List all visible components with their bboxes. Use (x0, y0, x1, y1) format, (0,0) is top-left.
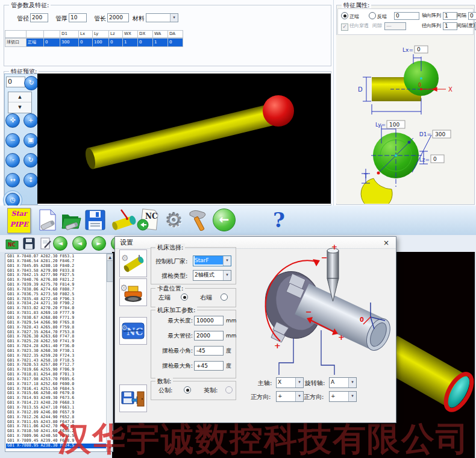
posdir2-select[interactable]: + ▾ (329, 391, 357, 402)
save-exit-icon-button[interactable] (119, 384, 147, 412)
bulldozer-icon: ⚙ (121, 281, 145, 303)
help-button[interactable]: ? (270, 207, 288, 233)
table-cell[interactable]: 正端 (27, 38, 44, 47)
gun-type-label: 摆枪类型: (161, 272, 187, 280)
chevron-down-icon[interactable]: ▾ (170, 14, 178, 22)
header-cell: Lx (79, 30, 93, 38)
nav-button-play[interactable]: ► (92, 236, 106, 251)
axial-array-input[interactable]: 1 (443, 12, 457, 20)
preview-tool-rotate[interactable]: ↻ (23, 153, 38, 168)
nc-output-icon-button[interactable]: ⚙NC (119, 317, 147, 345)
scroll-thumb[interactable] (107, 260, 113, 282)
tools-button[interactable] (187, 207, 208, 233)
app-logo[interactable]: Star PIPE (7, 208, 31, 233)
nc-folder-button[interactable]: NC (5, 236, 19, 251)
material-select[interactable]: ▾ (146, 13, 178, 22)
open-file-button[interactable] (60, 207, 82, 233)
back-button[interactable]: ← (212, 207, 236, 233)
chuck-right-radio[interactable] (221, 293, 228, 301)
dim-d1-label: D1= (419, 131, 431, 137)
chevron-down-icon[interactable]: ▾ (348, 378, 356, 387)
radial-penetrate-check[interactable]: ✓径向穿透 (341, 22, 369, 31)
scroll-down-icon[interactable]: ▼ (107, 444, 113, 451)
settings-button[interactable]: ⚙ (163, 207, 186, 233)
preview-tool-zoom-in[interactable]: + (23, 113, 38, 128)
machine-config-icon-button[interactable]: ⚙ (119, 249, 147, 277)
new-file-button[interactable] (37, 207, 58, 233)
axial-gap-input[interactable]: 0 (468, 12, 476, 20)
preview-tool-move[interactable]: ✜ (5, 113, 20, 128)
clearance-input[interactable]: — (384, 22, 406, 30)
machine-illustration: − + − + 0 + (250, 245, 395, 375)
table-cell[interactable]: 0 (138, 38, 153, 47)
preview-3d-canvas[interactable] (37, 74, 331, 204)
checkbox-checked-icon[interactable]: ✓ (341, 24, 348, 31)
chuck-left-radio[interactable] (181, 293, 188, 301)
param-input[interactable]: 2000 (194, 331, 224, 340)
imperial-radio[interactable] (225, 386, 233, 394)
dimension-diagram: D Lx= 0 0 X (336, 35, 474, 204)
rotary-select[interactable]: A ▾ (329, 377, 357, 388)
radio-on-icon[interactable] (341, 12, 348, 19)
table-cell[interactable]: 0 (79, 38, 93, 47)
vendor-select[interactable]: StarF ▾ (193, 256, 231, 266)
chevron-down-icon[interactable]: ▾ (348, 392, 356, 401)
header-cell: Lz (109, 30, 123, 38)
param-input[interactable]: -45 (194, 346, 224, 356)
gcode-list[interactable]: G01 X-7848.07 A282.30 F853.1G01 X-7846.5… (5, 253, 113, 452)
table-cell[interactable]: 1 (153, 38, 168, 47)
save-nc-button[interactable] (22, 236, 36, 251)
end-origin: 0 (360, 316, 364, 323)
param-input[interactable]: 10000 (194, 316, 224, 325)
edit-nc-button[interactable] (39, 236, 53, 251)
rotation-minus: − (321, 253, 328, 262)
posdir-select[interactable]: + ▾ (276, 391, 304, 402)
back-end-radio[interactable]: 反端 (369, 12, 387, 20)
nav-button-first[interactable]: ◄ (53, 236, 67, 251)
preview-tool-fit-height[interactable]: ↕ (23, 173, 38, 187)
preview-tool-fit-width[interactable]: ↔ (5, 173, 20, 187)
chevron-down-icon[interactable]: ▾ (295, 392, 303, 401)
machine-param-row: 摆枪最小角: -45 度 (153, 346, 231, 356)
pipe-diameter-input[interactable]: 200 (30, 13, 48, 22)
table-cell[interactable]: 0 (109, 38, 123, 47)
preview-tool-zoom-out[interactable]: − (5, 133, 20, 148)
machine-type-icon-button[interactable]: ⚙ (119, 278, 147, 306)
preview-tool-apply-rotate[interactable]: ↻ (24, 76, 39, 90)
feature-table-row[interactable]: 球切口正端0300010001010 (5, 38, 183, 47)
nav-button-prev[interactable]: ◄ (72, 236, 87, 251)
chevron-down-icon[interactable]: ▾ (223, 271, 231, 280)
save-button[interactable] (84, 207, 106, 233)
table-cell[interactable]: 0 (168, 38, 183, 47)
preview-angle-spinner[interactable]: ▲ ▼ (8, 92, 32, 113)
preview-tool-pan-hand[interactable]: ☞ (5, 153, 20, 168)
spinner-down-icon[interactable]: ▼ (8, 102, 31, 112)
svg-text:NC: NC (8, 242, 16, 248)
table-cell[interactable]: 300 (60, 38, 79, 47)
chevron-down-icon[interactable]: ▾ (295, 378, 303, 387)
posdir2-label: 正方向: (304, 393, 324, 401)
metric-radio[interactable] (184, 386, 191, 394)
pipe-thickness-input[interactable]: 10 (69, 13, 87, 22)
table-cell[interactable]: 100 (93, 38, 109, 47)
radio-off-icon[interactable] (369, 12, 376, 19)
table-cell[interactable]: 0 (44, 38, 60, 47)
table-cell[interactable]: 球切口 (5, 38, 27, 47)
gcode-line[interactable]: G01 X-7808.95 A238.30 F624.5 (6, 444, 107, 448)
preview-angle-input[interactable]: 0 (6, 77, 25, 87)
param-input[interactable]: +45 (194, 361, 224, 371)
radial-array-input[interactable]: 1 (443, 22, 457, 30)
pipe-length-input[interactable]: 2000 (107, 13, 129, 22)
table-cell[interactable]: 1 (123, 38, 138, 47)
preview-tool-zoom-window[interactable]: ▣ (23, 133, 38, 148)
d1-end-dot (408, 141, 411, 144)
end-offset-input[interactable]: 0 (394, 12, 419, 20)
spindle-select[interactable]: X ▾ (276, 377, 304, 388)
gcode-scrollbar[interactable]: ▲ ▼ (106, 254, 113, 451)
spinner-up-icon[interactable]: ▲ (8, 92, 31, 102)
chevron-down-icon[interactable]: ▾ (223, 256, 231, 266)
front-end-radio[interactable]: 正端 (341, 12, 359, 20)
feature-table: D1LxLyLzWXDXWADA 球切口正端0300010001010 (5, 30, 183, 47)
generate-nc-button[interactable]: NC (136, 207, 159, 233)
gun-type-select[interactable]: 2轴模式 ▾ (193, 270, 231, 281)
